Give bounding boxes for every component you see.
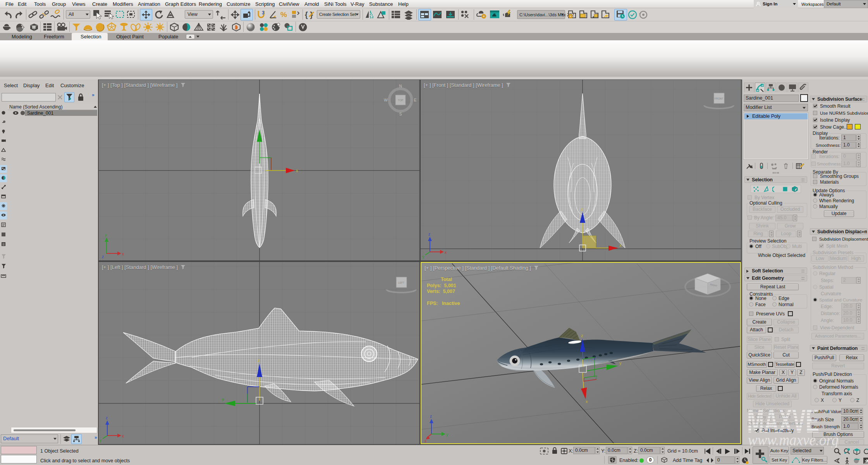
svg-text:x: x [445,250,447,255]
svg-text:{ }: { } [305,10,313,19]
svg-text:y: y [100,438,101,443]
svg-text:z: z [102,255,104,259]
svg-text:x: x [586,399,588,404]
svg-text:W: W [384,98,388,102]
svg-text:z: z [428,232,430,236]
svg-text:y: y [105,233,107,237]
svg-text:z: z [258,358,260,363]
svg-text:x: x [122,434,124,438]
svg-text:%: % [280,10,287,19]
svg-text:3: 3 [262,10,265,16]
svg-text:E: E [414,98,417,102]
svg-text:LEFT: LEFT [398,281,404,284]
svg-text:y: y [422,255,424,259]
svg-text:FRONT: FRONT [715,97,723,100]
svg-text:N: N [399,84,402,88]
svg-text:x: x [425,439,426,443]
svg-text:z: z [581,333,583,338]
svg-text:z: z [430,414,432,418]
svg-text:z: z [581,207,583,212]
svg-text:x: x [296,168,298,173]
svg-text:www.maxve.org: www.maxve.org [748,431,839,448]
svg-text:TOP: TOP [398,99,404,102]
svg-text:y: y [619,361,622,365]
svg-text:x: x [122,252,124,256]
svg-text:y: y [446,432,448,437]
svg-text:y: y [222,397,224,401]
svg-text:S: S [399,112,402,116]
svg-text:z: z [106,416,108,420]
svg-text:x: x [619,243,622,248]
